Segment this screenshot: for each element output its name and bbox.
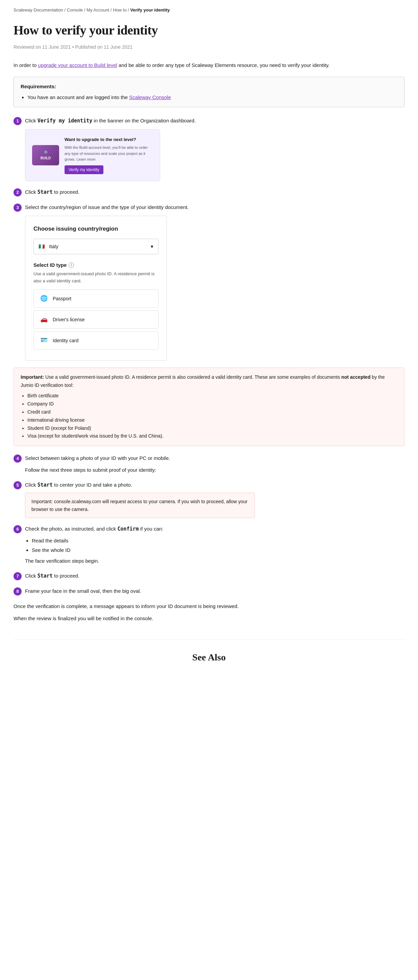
step-6-circle: 6 (14, 525, 22, 533)
closing-line2: When the review is finalized you will be… (14, 614, 404, 622)
verify-banner-image: ⚙️ BUILD Want to upgrade to the next lev… (25, 129, 160, 181)
country-flag: 🇮🇹 (38, 243, 45, 249)
list-item: Visa (except for student/work visa issue… (27, 432, 397, 440)
id-type-desc: Use a valid government-issued photo ID. … (33, 270, 158, 285)
closing-line1: Once the verification is complete, a mes… (14, 602, 404, 610)
drivers-license-option[interactable]: 🚗 Driver's license (33, 310, 158, 329)
requirements-title: Requirements: (21, 83, 397, 91)
step-4-circle: 4 (14, 455, 22, 463)
list-item: International driving license (27, 416, 397, 425)
step-7-text: Click Start to proceed. (25, 572, 79, 580)
breadcrumb-scaleway[interactable]: Scaleway Documentation (14, 8, 63, 13)
requirements-list: You have an account and are logged into … (27, 93, 397, 102)
list-item: Birth certificate (27, 392, 397, 400)
step-8-text: Frame your face in the small oval, then … (25, 587, 141, 595)
step-1-text: Click Verify my identity in the banner o… (25, 117, 196, 125)
drivers-license-icon: 🚗 (39, 315, 49, 324)
step-4-block: 4 Select between taking a photo of your … (14, 454, 404, 474)
see-also-heading: See Also (14, 640, 404, 665)
identity-card-icon: 🪪 (39, 336, 49, 345)
info-icon: i (69, 262, 74, 268)
breadcrumb: Scaleway Documentation / Console / My Ac… (14, 7, 404, 14)
not-accepted-list: Birth certificate Company ID Credit card… (27, 392, 397, 440)
list-item: Read the details (32, 537, 404, 545)
passport-option[interactable]: 🌐 Passport (33, 290, 158, 308)
step-7-circle: 7 (14, 572, 22, 580)
step-6-block: 6 Check the photo, as instructed, and cl… (14, 525, 404, 565)
step-6-sub: The face verification steps begin. (25, 557, 404, 565)
country-select[interactable]: 🇮🇹 Italy ▾ (33, 239, 158, 254)
verify-identity-button[interactable]: Verify my identity (65, 165, 103, 174)
step-3-text: Select the country/region of issue and t… (25, 203, 188, 212)
step-2-circle: 2 (14, 188, 22, 196)
step-6-text: Check the photo, as instructed, and clic… (25, 525, 163, 533)
breadcrumb-myaccount[interactable]: My Account (87, 8, 109, 13)
chevron-down-icon: ▾ (151, 242, 154, 251)
id-type-title: Select ID type i (33, 261, 158, 269)
id-type-section: Select ID type i Use a valid government-… (33, 261, 158, 350)
breadcrumb-howto[interactable]: How to (113, 8, 127, 13)
important-note-camera: Important: console.scaleway.com will req… (25, 493, 255, 518)
passport-icon: 🌐 (39, 294, 49, 303)
identity-card-option[interactable]: 🪪 Identity card (33, 331, 158, 350)
scaleway-console-link[interactable]: Scaleway Console (129, 94, 171, 100)
step-4-sub: Follow the next three steps to submit pr… (25, 466, 404, 474)
step-4-text: Select between taking a photo of your ID… (25, 454, 170, 462)
id-chooser-box: Choose issuing country/region 🇮🇹 Italy ▾… (25, 216, 167, 361)
step-2-text: Click Start to proceed. (25, 188, 79, 196)
step-6-list: Read the details See the whole ID (32, 537, 404, 554)
step-2-block: 2 Click Start to proceed. (14, 188, 404, 196)
publish-date: Reviewed on 11 June 2021 • Published on … (14, 43, 404, 51)
step-5-circle: 5 (14, 481, 22, 489)
step-3-block: 3 Select the country/region of issue and… (14, 203, 404, 361)
step-1-block: 1 Click Verify my identity in the banner… (14, 117, 404, 181)
build-badge: ⚙️ BUILD (32, 145, 59, 165)
important-box-1: Important: Use a valid government-issued… (14, 368, 404, 446)
intro-text: In order to upgrade your account to Buil… (14, 61, 404, 70)
step-7-block: 7 Click Start to proceed. (14, 572, 404, 580)
step-3-circle: 3 (14, 204, 22, 212)
breadcrumb-current: Verify your identity (130, 8, 170, 13)
identity-card-label: Identity card (53, 337, 78, 344)
chooser-title: Choose issuing country/region (33, 224, 158, 233)
banner-content: Want to upgrade to the next level? With … (65, 136, 153, 174)
list-item: Credit card (27, 408, 397, 416)
list-item: Company ID (27, 400, 397, 408)
step-8-block: 8 Frame your face in the small oval, the… (14, 587, 404, 595)
step-1-circle: 1 (14, 117, 22, 125)
step-8-circle: 8 (14, 587, 22, 595)
requirements-box: Requirements: You have an account and ar… (14, 77, 404, 107)
page-title: How to verify your identity (14, 20, 404, 41)
upgrade-link[interactable]: upgrade your account to Build level (38, 62, 117, 68)
breadcrumb-console[interactable]: Console (67, 8, 83, 13)
step-5-text: Click Start to center your ID and take a… (25, 481, 132, 489)
drivers-license-label: Driver's license (53, 316, 84, 323)
passport-label: Passport (53, 295, 71, 302)
step-5-block: 5 Click Start to center your ID and take… (14, 481, 404, 518)
country-name: Italy (49, 243, 59, 249)
list-item: Student ID (except for Poland) (27, 425, 397, 433)
list-item: See the whole ID (32, 546, 404, 554)
